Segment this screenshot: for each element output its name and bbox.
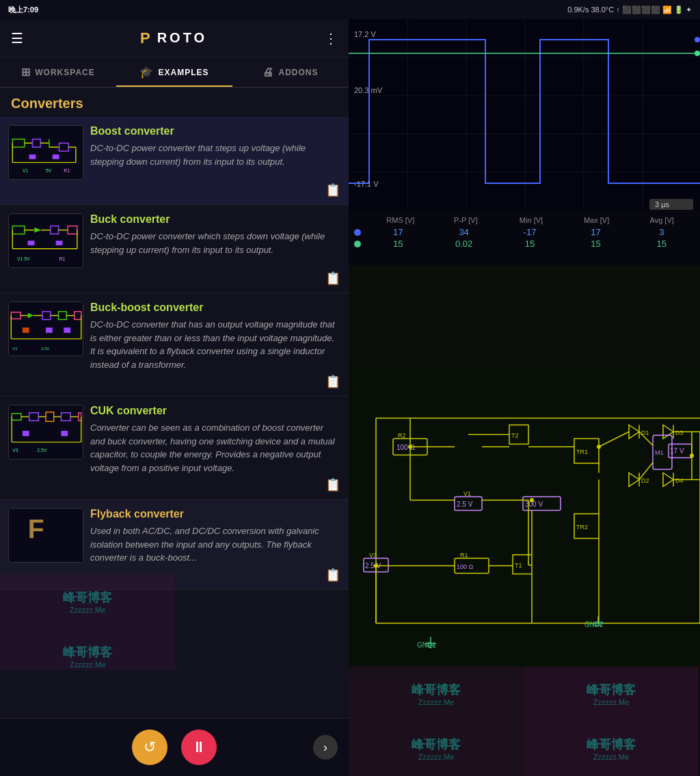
svg-text:R1: R1 <box>59 256 65 261</box>
cuk-desc: Converter can be seen as a combination o… <box>90 421 340 474</box>
svg-text:2.5V: 2.5V <box>37 448 46 453</box>
chevron-button[interactable]: › <box>313 735 338 760</box>
svg-point-163 <box>530 498 534 503</box>
list-item[interactable]: V1 5V R1 Buck converter DC-to-DC power c… <box>0 205 349 293</box>
tab-addons-label: ADDONS <box>278 68 318 77</box>
cuk-copy-icon[interactable]: 📋 <box>325 477 340 492</box>
flyback-thumbnail: F <box>8 508 83 563</box>
green-avg: 15 <box>629 239 695 249</box>
svg-rect-87 <box>349 364 700 678</box>
main-content: ☰ P ROTO ⋮ ⊞ WORKSPACE 🎓 EXAMPLES 🖨 ADDO… <box>0 19 700 776</box>
svg-text:V1: V1 <box>23 168 29 173</box>
boost-desc: DC-to-DC power converter that steps up v… <box>90 142 340 168</box>
buck-desc: DC-to-DC power converter which steps dow… <box>90 230 340 256</box>
svg-text:17 V: 17 V <box>670 447 684 455</box>
tab-workspace[interactable]: ⊞ WORKSPACE <box>0 57 116 87</box>
svg-point-162 <box>408 445 412 449</box>
svg-text:V1 5V: V1 5V <box>17 256 30 261</box>
svg-rect-13 <box>53 155 59 159</box>
green-rms: 15 <box>365 239 431 249</box>
svg-text:2.5 V: 2.5 V <box>457 500 473 508</box>
svg-text:TR1: TR1 <box>576 449 588 455</box>
hamburger-icon[interactable]: ☰ <box>11 30 23 46</box>
blue-rms: 17 <box>365 227 431 237</box>
converter-list: V1 5V R1 Boost converter DC-to-DC power … <box>0 117 349 718</box>
refresh-button[interactable]: ↺ <box>132 730 167 765</box>
svg-text:TR2: TR2 <box>576 524 588 531</box>
flyback-info: Flyback converter Used in both AC/DC, an… <box>90 508 340 565</box>
header-rms: RMS [V] <box>368 216 433 224</box>
svg-text:20.3 mV: 20.3 mV <box>354 86 383 94</box>
svg-text:D3: D3 <box>675 429 684 436</box>
tab-examples[interactable]: 🎓 EXAMPLES <box>116 57 232 87</box>
pause-button[interactable]: ⏸ <box>181 730 217 765</box>
blue-avg: 3 <box>629 227 695 237</box>
stats-header: RMS [V] P-P [V] Min [V] Max [V] Avg [V] <box>354 216 695 224</box>
examples-icon: 🎓 <box>139 66 154 79</box>
svg-text:D4: D4 <box>675 477 684 484</box>
cuk-title: CUK converter <box>90 405 340 417</box>
tab-examples-label: EXAMPLES <box>158 68 208 77</box>
svg-rect-67 <box>9 509 82 562</box>
stats-row-green: 15 0.02 15 15 15 <box>354 239 695 249</box>
status-bar: 晚上7:09 0.9K/s 38.0°C ↑ ⬛⬛⬛⬛ 📶 🔋 ✦ <box>0 0 700 19</box>
buck-info: Buck converter DC-to-DC power converter … <box>90 213 340 256</box>
svg-text:V1: V1 <box>12 347 17 351</box>
flyback-title: Flyback converter <box>90 508 340 520</box>
buck-title: Buck converter <box>90 213 340 226</box>
svg-rect-47 <box>64 327 70 333</box>
boost-copy-icon[interactable]: 📋 <box>325 183 340 198</box>
svg-rect-45 <box>23 327 29 333</box>
stats-row-blue: 17 34 -17 17 3 <box>354 227 695 237</box>
header-max: Max [V] <box>564 216 630 224</box>
svg-rect-46 <box>46 327 53 333</box>
flyback-desc: Used in both AC/DC, and DC/DC conversion… <box>90 524 340 565</box>
svg-rect-63 <box>23 431 29 436</box>
svg-point-166 <box>690 454 694 458</box>
buckboost-copy-icon[interactable]: 📋 <box>325 374 340 389</box>
boost-title: Boost converter <box>90 125 340 137</box>
blue-dot <box>354 229 361 236</box>
tab-workspace-label: WORKSPACE <box>35 68 94 77</box>
svg-text:T2: T2 <box>511 432 519 439</box>
cuk-info: CUK converter Converter can be seen as a… <box>90 405 340 474</box>
blue-max: 17 <box>563 227 628 237</box>
list-item[interactable]: V1 5V R1 Boost converter DC-to-DC power … <box>0 117 349 205</box>
list-item[interactable]: V3 2.5V CUK converter Converter can be s… <box>0 397 349 500</box>
status-time: 晚上7:09 <box>8 5 38 15</box>
svg-text:GND2: GND2 <box>584 621 604 628</box>
svg-rect-69 <box>349 19 700 211</box>
flyback-copy-icon[interactable]: 📋 <box>325 567 340 583</box>
list-item[interactable]: F Flyback converter Used in both AC/DC, … <box>0 500 349 590</box>
svg-text:17.2 V: 17.2 V <box>354 30 376 38</box>
svg-text:-17.1 V: -17.1 V <box>354 180 379 188</box>
circuit-area: 100 Ω R2 2.5 V V1 T2 300 V TR1 100 Ω R1 <box>349 265 700 776</box>
buck-copy-icon[interactable]: 📋 <box>325 271 340 286</box>
logo-p-icon: P <box>140 29 153 47</box>
green-dot <box>354 241 361 247</box>
osc-svg: 17.2 V 20.3 mV -17.1 V 3 μs 3 μs <box>349 19 700 211</box>
svg-rect-29 <box>56 241 63 245</box>
svg-rect-28 <box>28 241 35 245</box>
svg-rect-12 <box>29 155 36 159</box>
svg-text:R1: R1 <box>460 552 468 559</box>
circuit-svg: 100 Ω R2 2.5 V V1 T2 300 V TR1 100 Ω R1 <box>349 265 700 776</box>
header-avg: Avg [V] <box>629 216 695 224</box>
list-item[interactable]: V1 2.5V Buck-boost converter DC-to-DC co… <box>0 293 349 397</box>
boost-info: Boost converter DC-to-DC power converter… <box>90 125 340 168</box>
tab-addons[interactable]: 🖨 ADDONS <box>232 57 349 87</box>
osc-canvas: 17.2 V 20.3 mV -17.1 V 3 μs 3 μs <box>349 19 700 211</box>
svg-point-165 <box>597 445 601 449</box>
green-max: 15 <box>563 239 628 249</box>
svg-text:R1: R1 <box>64 168 70 173</box>
buckboost-thumbnail: V1 2.5V <box>8 302 83 356</box>
blue-pp: 34 <box>431 227 496 237</box>
right-panel: 17.2 V 20.3 mV -17.1 V 3 μs 3 μs RMS [V]… <box>349 19 700 776</box>
nav-tabs: ⊞ WORKSPACE 🎓 EXAMPLES 🖨 ADDONS <box>0 57 349 88</box>
bottom-controls: ↺ ⏸ › <box>0 718 349 776</box>
header-pp: P-P [V] <box>433 216 499 224</box>
svg-text:V3: V3 <box>12 448 18 453</box>
more-icon[interactable]: ⋮ <box>324 30 338 46</box>
svg-text:V3: V3 <box>369 552 377 559</box>
stats-table: RMS [V] P-P [V] Min [V] Max [V] Avg [V] … <box>349 211 700 265</box>
